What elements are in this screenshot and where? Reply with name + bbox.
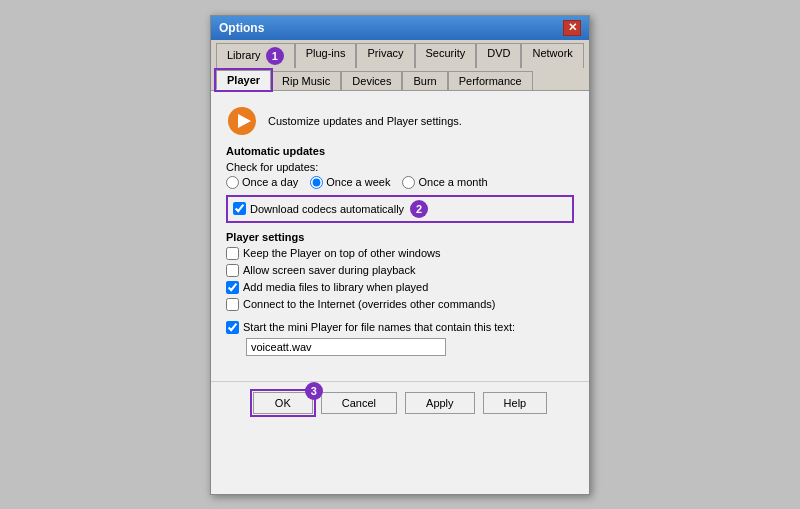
dialog-title: Options [219,21,264,35]
tab-row-1: Library 1 Plug-ins Privacy Security DVD … [211,40,589,91]
options-dialog: Options ✕ Library 1 Plug-ins Privacy Sec… [210,15,590,495]
badge-2: 2 [410,200,428,218]
tab-library[interactable]: Library 1 [216,43,295,68]
player-icon [226,105,258,137]
connect-internet-checkbox[interactable] [226,298,239,311]
player-settings-section: Player settings Keep the Player on top o… [226,231,574,311]
tab-burn[interactable]: Burn [402,71,447,90]
ok-button[interactable]: OK [253,392,313,414]
tab-privacy[interactable]: Privacy [356,43,414,68]
radio-once-week[interactable]: Once a week [310,176,390,189]
keep-top-row: Keep the Player on top of other windows [226,247,574,260]
badge-1: 1 [266,47,284,65]
tab-player[interactable]: Player [216,70,271,90]
apply-button[interactable]: Apply [405,392,475,414]
player-settings-header: Player settings [226,231,574,243]
tab-devices[interactable]: Devices [341,71,402,90]
radio-once-month[interactable]: Once a month [402,176,487,189]
description-text: Customize updates and Player settings. [268,115,462,127]
cancel-button[interactable]: Cancel [321,392,397,414]
automatic-updates-section: Automatic updates Check for updates: Onc… [226,145,574,223]
check-label: Check for updates: [226,161,574,173]
tab-performance[interactable]: Performance [448,71,533,90]
radio-once-week-input[interactable] [310,176,323,189]
mini-player-text-input[interactable] [246,338,446,356]
title-bar: Options ✕ [211,16,589,40]
screen-saver-row: Allow screen saver during playback [226,264,574,277]
add-media-checkbox[interactable] [226,281,239,294]
close-button[interactable]: ✕ [563,20,581,36]
screen-saver-checkbox[interactable] [226,264,239,277]
download-codecs-checkbox[interactable] [233,202,246,215]
player-header-row: Customize updates and Player settings. [226,105,574,137]
auto-updates-header: Automatic updates [226,145,574,157]
mini-player-checkbox[interactable] [226,321,239,334]
tab-dvd[interactable]: DVD [476,43,521,68]
radio-once-day-input[interactable] [226,176,239,189]
bottom-buttons: OK 3 Cancel Apply Help [211,381,589,424]
download-codecs-row: Download codecs automatically 2 [226,195,574,223]
tab-network[interactable]: Network [521,43,583,68]
tab-plugins[interactable]: Plug-ins [295,43,357,68]
radio-once-day[interactable]: Once a day [226,176,298,189]
help-button[interactable]: Help [483,392,548,414]
update-frequency-row: Once a day Once a week Once a month [226,176,574,189]
content-area: Customize updates and Player settings. A… [211,91,589,366]
connect-internet-row: Connect to the Internet (overrides other… [226,298,574,311]
mini-player-section: Start the mini Player for file names tha… [226,321,574,356]
tab-security[interactable]: Security [415,43,477,68]
add-media-row: Add media files to library when played [226,281,574,294]
badge-3: 3 [305,382,323,400]
keep-top-checkbox[interactable] [226,247,239,260]
tab-ripmusic[interactable]: Rip Music [271,71,341,90]
mini-player-row: Start the mini Player for file names tha… [226,321,574,334]
radio-once-month-input[interactable] [402,176,415,189]
